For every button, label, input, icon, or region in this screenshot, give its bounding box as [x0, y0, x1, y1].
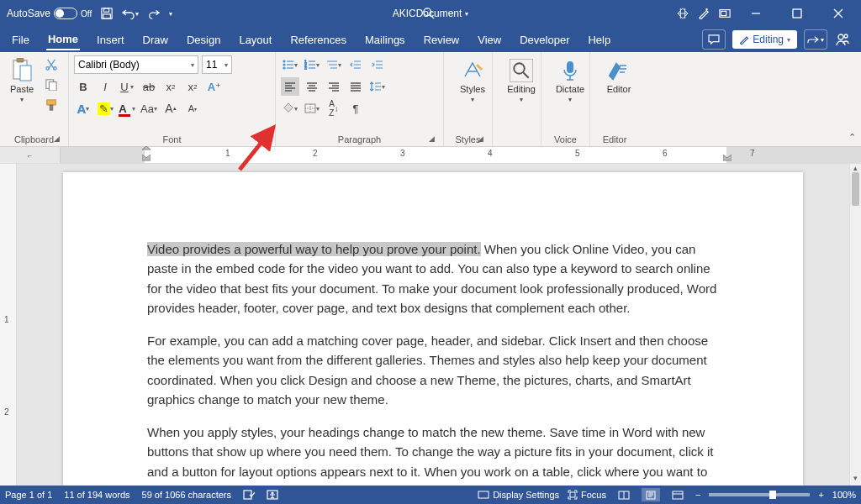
maximize-button[interactable]: [779, 0, 816, 27]
sort-button[interactable]: AZ↓: [325, 99, 343, 118]
tab-mailings[interactable]: Mailings: [363, 30, 407, 50]
subscript-button[interactable]: x2: [161, 77, 180, 96]
font-color-button[interactable]: A▾: [118, 99, 136, 118]
svg-point-18: [283, 60, 285, 62]
print-layout-icon[interactable]: [642, 488, 660, 501]
page-indicator[interactable]: Page 1 of 1: [5, 490, 52, 500]
increase-indent-button[interactable]: [368, 55, 387, 74]
paragraph-3[interactable]: When you apply styles, your headings cha…: [147, 423, 719, 486]
change-case-button[interactable]: Aa▾: [140, 99, 158, 118]
collapse-ribbon-icon[interactable]: ⌃: [848, 132, 856, 143]
decrease-indent-button[interactable]: [346, 55, 365, 74]
zoom-level[interactable]: 100%: [832, 490, 856, 500]
font-launcher-icon[interactable]: ◢: [258, 134, 268, 144]
shrink-font-button[interactable]: A▾: [183, 99, 202, 118]
vertical-ruler[interactable]: 1 2: [0, 164, 17, 486]
indent-marker-icon[interactable]: [142, 146, 151, 163]
tab-insert[interactable]: Insert: [95, 30, 126, 50]
zoom-slider[interactable]: [709, 493, 810, 496]
editing-find-button[interactable]: Editing▾: [498, 55, 545, 107]
highlight-button[interactable]: ✎▾: [96, 99, 114, 118]
paragraph-launcher-icon[interactable]: ◢: [426, 134, 436, 144]
word-count[interactable]: 11 of 194 words: [64, 490, 129, 500]
tab-review[interactable]: Review: [422, 30, 462, 50]
bold-button[interactable]: B: [74, 77, 92, 96]
minimize-button[interactable]: [737, 0, 774, 27]
italic-button[interactable]: I: [96, 77, 114, 96]
borders-button[interactable]: ▾: [303, 99, 321, 118]
close-button[interactable]: [820, 0, 857, 27]
paste-button[interactable]: Paste ▾: [5, 55, 39, 107]
undo-icon[interactable]: ▾: [122, 5, 139, 22]
format-painter-icon[interactable]: [42, 96, 61, 114]
tab-home[interactable]: Home: [46, 29, 80, 50]
selected-text[interactable]: Video provides a powerful way to help yo…: [147, 242, 481, 256]
styles-button[interactable]: Styles▾: [449, 55, 496, 107]
web-layout-icon[interactable]: [668, 488, 687, 501]
char-count[interactable]: 59 of 1066 characters: [142, 490, 231, 500]
account-icon[interactable]: [834, 31, 851, 48]
paragraph-1[interactable]: Video provides a powerful way to help yo…: [147, 239, 719, 318]
zoom-out-button[interactable]: −: [695, 490, 700, 500]
right-indent-marker-icon[interactable]: [723, 155, 732, 163]
save-icon[interactable]: [98, 5, 115, 22]
styles-launcher-icon[interactable]: ◢: [475, 134, 485, 144]
accessibility-icon[interactable]: [267, 490, 278, 500]
font-name-combo[interactable]: Calibri (Body)▾: [74, 55, 198, 74]
clipboard-launcher-icon[interactable]: ◢: [51, 134, 61, 144]
superscript-button[interactable]: x2: [183, 77, 202, 96]
redo-icon[interactable]: [145, 5, 162, 22]
scroll-thumb[interactable]: [852, 172, 859, 206]
tab-draw[interactable]: Draw: [141, 30, 170, 50]
tab-help[interactable]: Help: [586, 30, 612, 50]
font-size-combo[interactable]: 11▾: [202, 55, 232, 74]
toggle-switch-icon[interactable]: [54, 8, 77, 19]
copy-icon[interactable]: [42, 76, 61, 94]
text-effects-button[interactable]: A⁺: [205, 77, 224, 96]
search-icon[interactable]: [420, 5, 437, 22]
underline-button[interactable]: U▾: [118, 77, 136, 96]
document-page[interactable]: Video provides a powerful way to help yo…: [63, 172, 803, 486]
strikethrough-button[interactable]: ab: [140, 77, 158, 96]
zoom-in-button[interactable]: +: [818, 490, 823, 500]
grow-font-button[interactable]: A▴: [161, 99, 180, 118]
tab-developer[interactable]: Developer: [518, 30, 571, 50]
text-effects-typography-button[interactable]: A▾: [74, 99, 92, 118]
align-left-button[interactable]: [281, 77, 299, 96]
scroll-down-icon[interactable]: ▾: [850, 474, 861, 486]
focus-mode-button[interactable]: Focus: [568, 490, 606, 500]
shading-button[interactable]: ▾: [281, 99, 299, 118]
display-settings-button[interactable]: Display Settings: [478, 490, 559, 500]
editor-button[interactable]: Editor: [595, 55, 642, 97]
tab-design[interactable]: Design: [185, 30, 222, 50]
autosave-toggle[interactable]: AutoSave Off: [7, 8, 92, 19]
align-right-button[interactable]: [325, 77, 343, 96]
vertical-scrollbar[interactable]: ▴ ▾: [849, 164, 861, 486]
editing-mode-button[interactable]: Editing ▾: [732, 30, 797, 49]
tab-view[interactable]: View: [476, 30, 503, 50]
tab-file[interactable]: File: [10, 30, 31, 50]
numbering-button[interactable]: 123▾: [303, 55, 321, 74]
bullets-button[interactable]: ▾: [281, 55, 299, 74]
justify-button[interactable]: [346, 77, 365, 96]
paragraph-2[interactable]: For example, you can add a matching cove…: [147, 331, 719, 409]
qat-customize-icon[interactable]: ▾: [169, 10, 172, 18]
multilevel-list-button[interactable]: ▾: [325, 55, 343, 74]
spellcheck-icon[interactable]: [243, 490, 255, 500]
tab-references[interactable]: References: [288, 30, 347, 50]
cut-icon[interactable]: [42, 55, 61, 74]
comments-button[interactable]: [702, 29, 726, 50]
align-center-button[interactable]: [303, 77, 321, 96]
read-mode-icon[interactable]: [615, 488, 633, 501]
group-editor: Editor Editor: [590, 52, 639, 146]
diamond-icon[interactable]: [674, 5, 691, 22]
tab-layout[interactable]: Layout: [237, 30, 273, 50]
pen-sparkle-icon[interactable]: [695, 5, 712, 22]
share-button[interactable]: ▾: [804, 29, 827, 50]
line-spacing-button[interactable]: ▾: [368, 77, 387, 96]
show-marks-button[interactable]: ¶: [346, 99, 365, 118]
svg-rect-31: [478, 491, 489, 498]
window-layout-icon[interactable]: [716, 5, 733, 22]
dictate-button[interactable]: Dictate▾: [547, 55, 594, 107]
horizontal-ruler[interactable]: ⌐ 1 2 3 4 5 6 7: [0, 147, 861, 164]
